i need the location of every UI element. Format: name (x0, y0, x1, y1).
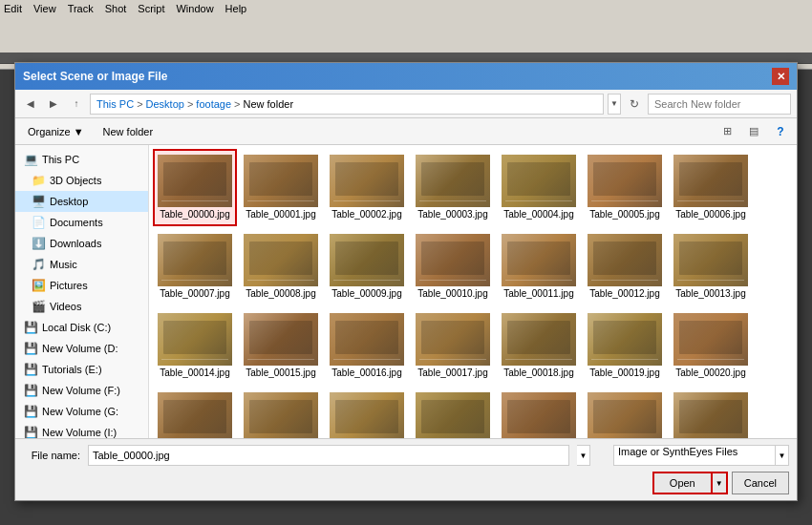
search-input[interactable] (648, 94, 791, 115)
open-dropdown-arrow-button[interactable]: ▼ (711, 472, 728, 494)
menu-window[interactable]: Window (176, 3, 213, 14)
file-item-19[interactable]: Table_00019.jpg (583, 307, 667, 385)
sidebar-item-documents[interactable]: 📄 Documents (15, 212, 148, 233)
thumbnail-2 (330, 155, 404, 207)
help-button[interactable]: ? (770, 121, 791, 142)
file-item-2[interactable]: Table_00002.jpg (325, 149, 409, 226)
new-volume-i-icon: 💾 (23, 425, 38, 438)
address-bar: ◀ ▶ ↑ This PC > Desktop > footage > New … (15, 90, 797, 118)
filename-dropdown-button[interactable]: ▼ (577, 445, 590, 466)
menu-shot[interactable]: Shot (105, 3, 127, 14)
thumbnail-3 (416, 155, 490, 207)
file-item-21[interactable]: Table_00021.jpg (153, 387, 237, 438)
sidebar-item-this-pc[interactable]: 💻 This PC (15, 149, 148, 170)
file-item-26[interactable]: Table_00026.jpg (583, 387, 667, 438)
cancel-button[interactable]: Cancel (732, 472, 789, 494)
sidebar-item-downloads[interactable]: ⬇️ Downloads (15, 233, 148, 254)
dialog-titlebar: Select Scene or Image File ✕ (15, 63, 797, 90)
file-item-0[interactable]: Table_00000.jpg (153, 149, 237, 226)
downloads-icon: ⬇️ (31, 236, 46, 251)
file-label-1: Table_00001.jpg (246, 209, 315, 220)
filename-input[interactable] (88, 445, 569, 466)
sidebar-item-new-volume-f[interactable]: 💾 New Volume (F:) (15, 380, 148, 401)
organize-chevron-icon: ▼ (74, 126, 84, 137)
file-item-7[interactable]: Table_00007.jpg (153, 228, 237, 305)
breadcrumb-this-pc[interactable]: This PC (96, 98, 134, 110)
view-button-2[interactable]: ▤ (743, 121, 764, 142)
menu-track[interactable]: Track (68, 3, 94, 14)
file-item-5[interactable]: Table_00005.jpg (583, 149, 667, 226)
thumbnail-9 (330, 234, 404, 286)
open-button[interactable]: Open (652, 472, 711, 494)
dialog-title: Select Scene or Image File (23, 70, 167, 83)
file-item-3[interactable]: Table_00003.jpg (411, 149, 495, 226)
thumbnail-10 (416, 234, 490, 286)
breadcrumb-desktop[interactable]: Desktop (146, 98, 184, 110)
new-folder-button[interactable]: New folder (96, 121, 160, 142)
sidebar-item-3d-objects[interactable]: 📁 3D Objects (15, 170, 148, 191)
file-item-27[interactable]: Table_00027.jpg (669, 387, 753, 438)
file-dialog: Select Scene or Image File ✕ ◀ ▶ ↑ This … (14, 62, 798, 501)
sidebar-label-3d-objects: 3D Objects (50, 175, 101, 186)
file-label-3: Table_00003.jpg (417, 209, 487, 220)
sidebar-item-new-volume-g[interactable]: 💾 New Volume (G: (15, 401, 148, 422)
thumbnail-5 (588, 155, 662, 207)
view-button-1[interactable]: ⊞ (716, 121, 737, 142)
file-item-24[interactable]: Table_00024.jpg (411, 387, 495, 438)
nav-back-button[interactable]: ◀ (21, 94, 40, 114)
file-item-4[interactable]: Table_00004.jpg (497, 149, 581, 226)
file-item-25[interactable]: Table_00025.jpg (497, 387, 581, 438)
file-item-11[interactable]: Table_00011.jpg (497, 228, 581, 305)
file-item-1[interactable]: Table_00001.jpg (239, 149, 323, 226)
organize-button[interactable]: Organize ▼ (21, 121, 91, 142)
file-item-12[interactable]: Table_00012.jpg (583, 228, 667, 305)
file-label-6: Table_00006.jpg (675, 209, 745, 220)
videos-icon: 🎬 (31, 299, 46, 314)
sidebar-item-local-disk-c[interactable]: 💾 Local Disk (C:) (15, 317, 148, 338)
breadcrumb-footage[interactable]: footage (196, 98, 231, 110)
refresh-button[interactable]: ↻ (625, 94, 644, 114)
nav-up-button[interactable]: ↑ (67, 94, 86, 114)
file-item-23[interactable]: Table_00023.jpg (325, 387, 409, 438)
menu-edit[interactable]: Edit (4, 3, 22, 14)
file-item-20[interactable]: Table_00020.jpg (669, 307, 753, 385)
file-item-15[interactable]: Table_00015.jpg (239, 307, 323, 385)
thumbnail-17 (416, 313, 490, 366)
file-item-16[interactable]: Table_00016.jpg (325, 307, 409, 385)
filename-label: File name: (23, 450, 80, 461)
menu-script[interactable]: Script (138, 3, 164, 14)
thumbnail-1 (244, 155, 318, 207)
address-dropdown-button[interactable]: ▼ (608, 94, 621, 115)
thumbnail-12 (588, 234, 662, 286)
thumbnail-23 (330, 392, 404, 438)
filetype-display: Image or SynthEyes Files (613, 445, 776, 466)
file-item-8[interactable]: Table_00008.jpg (239, 228, 323, 305)
file-item-6[interactable]: Table_00006.jpg (669, 149, 753, 226)
sidebar-item-videos[interactable]: 🎬 Videos (15, 296, 148, 317)
filetype-dropdown-button[interactable]: ▼ (776, 445, 789, 466)
sidebar-item-music[interactable]: 🎵 Music (15, 254, 148, 275)
file-item-9[interactable]: Table_00009.jpg (325, 228, 409, 305)
sidebar-label-desktop: Desktop (50, 196, 88, 207)
thumbnail-7 (158, 234, 232, 286)
file-item-10[interactable]: Table_00010.jpg (411, 228, 495, 305)
sidebar-item-pictures[interactable]: 🖼️ Pictures (15, 275, 148, 296)
sidebar-label-videos: Videos (50, 301, 81, 312)
file-item-22[interactable]: Table_00022.jpg (239, 387, 323, 438)
nav-forward-button[interactable]: ▶ (44, 94, 63, 114)
file-item-14[interactable]: Table_00014.jpg (153, 307, 237, 385)
sidebar-item-tutorials-e[interactable]: 💾 Tutorials (E:) (15, 359, 148, 380)
menu-view[interactable]: View (33, 3, 56, 14)
sidebar-item-desktop[interactable]: 🖥️ Desktop (15, 191, 148, 212)
file-grid: Table_00000.jpgTable_00001.jpgTable_0000… (149, 145, 797, 438)
dialog-close-button[interactable]: ✕ (772, 68, 789, 85)
app-menubar: Edit View Track Shot Script Window Help (0, 0, 812, 17)
sidebar-item-new-volume-i[interactable]: 💾 New Volume (I:) (15, 422, 148, 438)
menu-help[interactable]: Help (225, 3, 247, 14)
file-item-13[interactable]: Table_00013.jpg (669, 228, 753, 305)
sidebar-item-new-volume-d[interactable]: 💾 New Volume (D: (15, 338, 148, 359)
file-item-18[interactable]: Table_00018.jpg (497, 307, 581, 385)
filename-row: File name: ▼ Image or SynthEyes Files ▼ (23, 445, 789, 466)
file-label-18: Table_00018.jpg (503, 368, 573, 379)
file-item-17[interactable]: Table_00017.jpg (411, 307, 495, 385)
